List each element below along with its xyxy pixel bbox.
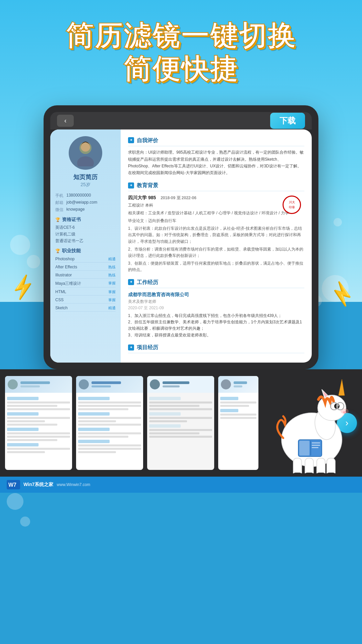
thumb-avatar-1: [8, 379, 18, 389]
edu-desc3: 3、创新点：便捷的车锁装置，适用于任何索度的锁车地点；折叠后的形状，满足占地小、…: [128, 260, 304, 273]
edu-school: 四川大学 985 2018-09 至 2022-06: [128, 194, 304, 201]
svg-text:W7: W7: [8, 482, 16, 488]
svg-rect-24: [312, 445, 320, 446]
resume-container: 知页简历 25岁 手机 13800000000 邮箱 job@weiapp.co…: [50, 129, 312, 363]
skill-css: CSS 掌握: [55, 297, 116, 304]
skill-maya: Maya三维设计 掌握: [55, 280, 116, 287]
cert-section-title: 资格证书: [55, 217, 116, 223]
project-icon: ✦: [128, 344, 134, 351]
cert-2: 计算机二级: [55, 231, 116, 237]
svg-rect-23: [312, 442, 320, 443]
thumbnail-3[interactable]: [147, 376, 214, 470]
svg-rect-6: [317, 458, 325, 473]
device-topbar: ‹ 下载: [50, 112, 312, 129]
edu-content: 川大印章 四川大学 985 2018-09 至 2022-06 工程设计 本科 …: [128, 194, 304, 273]
header-section: 简历滤镜一键切换 简便快捷: [0, 0, 362, 95]
edu-desc1: 1、设计初衷：此款自行车设计的出发点是反思设计，从社会-经济-技术图素分析自行车…: [128, 225, 304, 245]
skill-illustrator: Illustrator 熟练: [55, 272, 116, 279]
resume-name: 知页简历: [55, 173, 116, 181]
work-desc1: 1、加入浙江常山招生点，每日完成高强度线下招生，包含小升初各年级共招生439人；: [128, 313, 304, 319]
thumbnail-2[interactable]: [76, 376, 143, 470]
work-position: 美术及数学老师: [128, 299, 304, 305]
svg-marker-14: [339, 379, 345, 395]
mascot-unicorn: [268, 373, 355, 473]
back-button[interactable]: ‹: [57, 115, 74, 127]
work-date: 2020-07 至 2021-09: [128, 305, 304, 311]
svg-rect-25: [312, 447, 318, 448]
thumb-name-2: [92, 381, 140, 387]
watermark-logo-icon: W7: [7, 480, 20, 489]
self-eval-icon: ✦: [128, 137, 134, 143]
edu-courses: 相关课程：工业美术 / 造型设计基础 / 人机工程学 / 心理学 / 视觉传达设…: [128, 210, 304, 216]
download-button[interactable]: 下载: [270, 113, 305, 129]
svg-point-1: [77, 156, 94, 166]
contact-email: 邮箱 job@weiapp.com: [55, 200, 116, 206]
work-desc2: 2、担任五年级班主任兼数学、美术老师，着力于培养学生创造能力，1个月内策划3次艺…: [128, 319, 304, 332]
thumbnail-1[interactable]: [5, 376, 72, 470]
school-stamp: 川大印章: [283, 196, 301, 214]
self-eval-header: ✦ 自我评价: [128, 136, 304, 147]
thumbnails-strip: ›: [0, 369, 362, 477]
watermark-site-name: Win7系统之家: [23, 482, 53, 488]
edu-icon: ✦: [128, 182, 134, 189]
resume-content: 知页简历 25岁 手机 13800000000 邮箱 job@weiapp.co…: [50, 129, 312, 363]
device-mockup: ‹ 下载 知页简历 25岁 手机: [44, 105, 318, 370]
svg-rect-7: [327, 458, 335, 473]
work-icon: ✦: [128, 279, 134, 285]
svg-rect-4: [293, 458, 302, 473]
thumb-name-1: [20, 381, 69, 387]
contact-phone: 手机 13800000000: [55, 193, 116, 199]
skills-section-title: 职业技能: [55, 248, 116, 254]
work-desc3: 3、培训结束，获得授课点最受欢迎老师表彰。: [128, 332, 304, 338]
skill-sketch: Sketch 精通: [55, 305, 116, 312]
cert-1: 英语CET-6: [55, 225, 116, 230]
svg-rect-5: [305, 458, 313, 473]
resume-right-main: ✦ 自我评价 求职意向：UI设计师助理。985高校工程设计专业，熟悉产品设计流程…: [121, 129, 312, 363]
work-company: 成都学而思教育咨询有限公司: [128, 291, 304, 298]
edu-thesis: 毕业论文：迈向折叠自行车: [128, 218, 304, 224]
contact-wechat: 微信 knowpage: [55, 207, 116, 213]
edu-desc2: 2、市场分析：调查分析现有消费市场对自行车的需求，如租赁、承载货物等因素，加以以…: [128, 246, 304, 259]
resume-left-sidebar: 知页简历 25岁 手机 13800000000 邮箱 job@weiapp.co…: [50, 129, 121, 363]
resume-age: 25岁: [55, 182, 116, 188]
work-header: ✦ 工作经历: [128, 278, 304, 288]
thumb-avatar-2: [79, 379, 89, 389]
watermark-bar: W7 Win7系统之家 www.Winwin7.com: [0, 477, 362, 493]
self-eval-content: 求职意向：UI设计师助理。985高校工程设计专业，熟悉产品设计流程，有一定的团队…: [128, 149, 304, 176]
thumbnail-4[interactable]: [218, 376, 258, 470]
main-title-line1: 简历滤镜一键切换: [0, 20, 362, 52]
edu-header: ✦ 教育背景: [128, 181, 304, 192]
cert-3: 普通话证书一乙: [55, 238, 116, 244]
skill-aftereffects: After Effects 熟练: [55, 264, 116, 271]
main-title-line2: 简便快捷: [0, 53, 362, 85]
avatar: [69, 136, 102, 170]
edu-degree: 工程设计 本科: [128, 202, 304, 209]
skill-photoshop: Photoshop 精通: [55, 256, 116, 263]
project-header: ✦ 项目经历: [128, 343, 304, 354]
skill-html: HTML 掌握: [55, 289, 116, 296]
watermark-url: www.Winwin7.com: [57, 482, 90, 487]
svg-rect-21: [299, 441, 309, 455]
